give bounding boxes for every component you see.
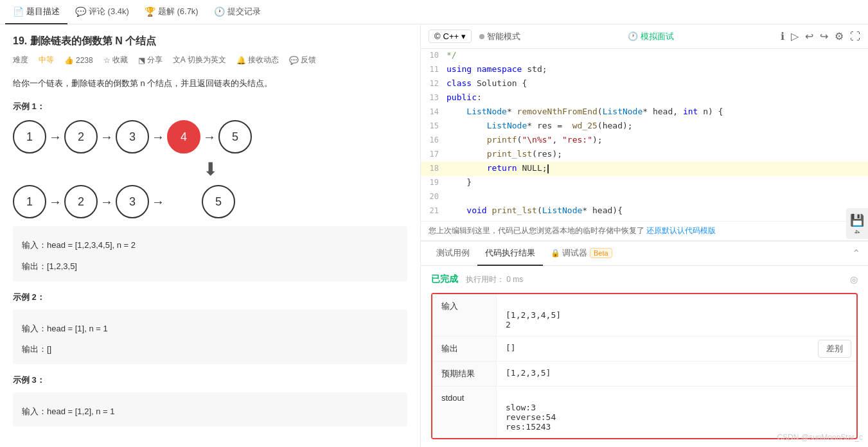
code-editor[interactable]: 10 */ 11 using namespace std; 12 class S… — [421, 49, 868, 221]
code-line-14: 14 ListNode* removeNthFromEnd(ListNode* … — [421, 105, 868, 119]
output-value: [] — [497, 337, 808, 359]
expected-label: 预期结果 — [432, 362, 497, 386]
tab-test-cases[interactable]: 测试用例 — [429, 241, 477, 266]
editor-topbar: © C++ ▾ 智能模式 🕐 模拟面试 ℹ ▷ ↩ ↪ ⚙ ⛶ — [421, 24, 868, 49]
diff-button[interactable]: 差别 — [818, 340, 851, 358]
feedback-button[interactable]: 💬 反馈 — [289, 55, 316, 66]
problem-title: 19. 删除链表的倒数第 N 个结点 — [13, 35, 407, 48]
example-2-io: 输入：head = [1], n = 1 输出：[] — [13, 310, 407, 364]
tab-solutions[interactable]: 🏆 题解 (6.7k) — [137, 0, 206, 24]
node-3: 3 — [116, 120, 149, 153]
save-float-button[interactable]: 💾 4 — [846, 208, 868, 239]
tab-debugger[interactable]: 🔒 调试器 Beta — [543, 241, 620, 266]
node-1: 1 — [13, 120, 46, 153]
top-tabs-bar: 📄 题目描述 💬 评论 (3.4k) 🏆 题解 (6.7k) 🕐 提交记录 — [0, 0, 868, 24]
node-after-1: 1 — [13, 185, 46, 218]
code-line-11: 11 using namespace std; — [421, 63, 868, 77]
code-line-17: 17 print_lst(res); — [421, 148, 868, 162]
example-2-output: 输出：[] — [22, 342, 398, 358]
notification-text: 您上次编辑到这里，代码已从您浏览器本地的临时存储中恢复了 还原默认认代码模版 — [429, 225, 716, 236]
code-line-20: 20 — [421, 190, 868, 204]
settings-icon[interactable]: ⚙ — [835, 30, 844, 42]
mock-interview-button[interactable]: 🕐 模拟面试 — [628, 31, 674, 42]
save-icon: 💾 — [850, 213, 864, 227]
notification-button[interactable]: 🔔 接收动态 — [236, 55, 279, 66]
input-label: 输入 — [432, 294, 497, 336]
down-arrow: ⬇ — [13, 159, 407, 180]
result-content: 输入 [1,2,3,4,5]2 输出 [] — [431, 293, 858, 439]
bottom-tabs: 测试用例 代码执行结果 🔒 调试器 Beta — [429, 241, 620, 266]
result-area: 已完成 执行用时： 0 ms ◎ 输入 [1,2,3,4,5]2 — [421, 266, 868, 447]
example-1-io: 输入：head = [1,2,3,4,5], n = 2 输出：[1,2,3,5… — [13, 226, 407, 281]
node-after-5: 5 — [202, 185, 235, 218]
tab-description[interactable]: 📄 题目描述 — [5, 0, 67, 24]
list-after-row: 1 → 2 → 3 → 5 — [13, 185, 407, 218]
play-icon[interactable]: ▷ — [791, 30, 799, 42]
node-5: 5 — [218, 120, 252, 153]
example-1-input: 输入：head = [1,2,3,4,5], n = 2 — [22, 238, 398, 254]
arrow-3: → — [152, 130, 164, 145]
collections-button[interactable]: ☆ 收藏 — [103, 55, 128, 66]
difficulty-badge: 中等 — [39, 55, 54, 66]
code-line-13: 13 public: — [421, 91, 868, 105]
node-after-2: 2 — [64, 185, 98, 218]
language-selector[interactable]: © C++ ▾ — [429, 30, 472, 43]
tab-execution-result[interactable]: 代码执行结果 — [477, 241, 543, 266]
arrow-4: → — [203, 130, 216, 145]
difficulty-label: 难度 — [13, 55, 28, 66]
likes-button[interactable]: 👍 2238 — [64, 56, 93, 65]
tab-comments[interactable]: 💬 评论 (3.4k) — [67, 0, 137, 24]
diff-button-container: 差别 — [808, 337, 856, 361]
example-2-input: 输入：head = [1], n = 1 — [22, 321, 398, 337]
list-before-row: 1 → 2 → 3 → 4 → 5 — [13, 120, 407, 153]
code-line-15: 15 ListNode* res = wd_25(head); — [421, 119, 868, 134]
info-icon[interactable]: ℹ — [781, 30, 784, 42]
result-row-output: 输出 [] 差别 — [432, 337, 856, 362]
bottom-panel: 测试用例 代码执行结果 🔒 调试器 Beta ⌃ 已完成 — [421, 241, 868, 447]
smart-mode-dot — [479, 34, 484, 39]
restore-link[interactable]: 还原默认认代码模版 — [646, 226, 716, 235]
bottom-tabs-bar: 测试用例 代码执行结果 🔒 调试器 Beta ⌃ — [421, 241, 868, 266]
clock-icon: 🕐 — [628, 31, 638, 41]
smart-mode-toggle[interactable]: 智能模式 — [479, 31, 520, 42]
example-3-label: 示例 3： — [13, 374, 407, 386]
result-row-input: 输入 [1,2,3,4,5]2 — [432, 294, 856, 337]
arrow-1: → — [49, 130, 62, 145]
translate-button[interactable]: 文A 切换为英文 — [173, 55, 226, 66]
code-line-16: 16 printf("\n%s", "res:"); — [421, 134, 868, 148]
diagram-before: 1 → 2 → 3 → 4 → 5 ⬇ 1 → 2 → 3 → 5 — [13, 120, 407, 218]
node-after-3: 3 — [116, 185, 149, 218]
arrow-after-2: → — [100, 195, 113, 209]
tab-submissions[interactable]: 🕐 提交记录 — [206, 0, 269, 24]
undo-icon[interactable]: ↩ — [805, 30, 813, 42]
notification-bar: 您上次编辑到这里，代码已从您浏览器本地的临时存储中恢复了 还原默认认代码模版 ✕ — [421, 221, 868, 241]
right-panel: © C++ ▾ 智能模式 🕐 模拟面试 ℹ ▷ ↩ ↪ ⚙ ⛶ — [421, 24, 868, 447]
expected-value: [1,2,3,5] — [497, 362, 856, 386]
result-row-stdout: stdout slow:3reverse:54res:15243 — [432, 387, 856, 438]
output-label: 输出 — [432, 337, 497, 361]
result-status-row: 已完成 执行用时： 0 ms ◎ — [431, 274, 858, 285]
main-layout: 19. 删除链表的倒数第 N 个结点 难度 中等 👍 2238 ☆ 收藏 ⬔ 分… — [0, 24, 868, 447]
fullscreen-icon[interactable]: ⛶ — [850, 31, 860, 42]
lang-icon: © — [434, 31, 441, 41]
example-3-input: 输入：head = [1,2], n = 1 — [22, 404, 398, 420]
share-button[interactable]: ⬔ 分享 — [138, 55, 163, 66]
redo-icon[interactable]: ↪ — [820, 30, 828, 42]
arrow-after-3: → — [152, 195, 164, 209]
arrow-2: → — [100, 130, 113, 145]
exec-time: 执行用时： 0 ms — [466, 274, 523, 285]
output-diff-area: [] 差别 — [497, 337, 856, 361]
result-table: 输入 [1,2,3,4,5]2 输出 [] — [431, 293, 858, 439]
lock-icon: 🔒 — [551, 249, 560, 258]
arrow-after-1: → — [49, 195, 62, 209]
chevron-down-icon: ▾ — [461, 31, 466, 41]
code-line-19: 19 } — [421, 176, 868, 190]
output-value-container: [] — [497, 337, 808, 361]
code-line-12: 12 class Solution { — [421, 77, 868, 91]
code-line-10: 10 */ — [421, 49, 868, 63]
code-line-18: 18 return NULL; — [421, 162, 868, 176]
stdout-label: stdout — [432, 387, 497, 438]
example-1-label: 示例 1： — [13, 101, 407, 112]
solutions-icon: 🏆 — [145, 6, 155, 17]
expand-bottom-icon[interactable]: ⌃ — [852, 247, 860, 259]
